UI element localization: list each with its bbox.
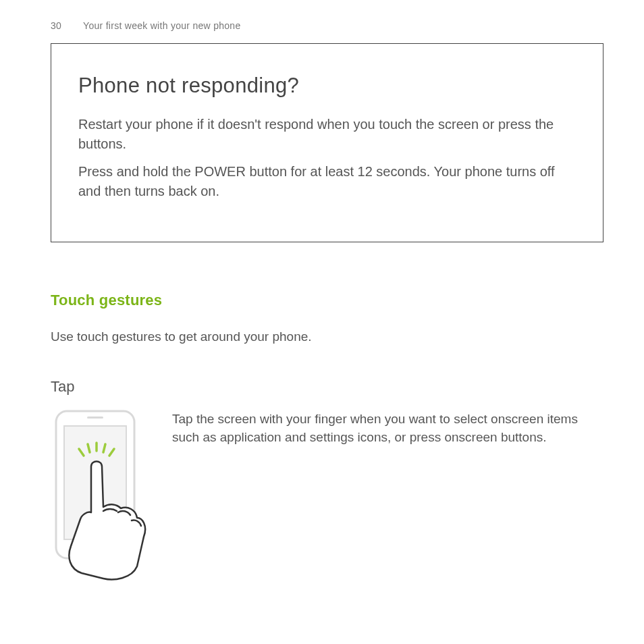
callout-paragraph-2: Press and hold the POWER button for at l… xyxy=(78,162,576,201)
page-header: 30 Your first week with your new phone xyxy=(51,19,603,32)
svg-rect-1 xyxy=(87,417,103,419)
callout-box: Phone not responding? Restart your phone… xyxy=(51,43,603,242)
gesture-description: Tap the screen with your finger when you… xyxy=(172,407,603,447)
tap-gesture-icon xyxy=(51,407,152,583)
page-number: 30 xyxy=(51,19,61,32)
chapter-title: Your first week with your new phone xyxy=(83,20,240,31)
section-title: Touch gestures xyxy=(51,290,603,311)
callout-title: Phone not responding? xyxy=(78,71,576,101)
section-intro: Use touch gestures to get around your ph… xyxy=(51,327,603,346)
callout-paragraph-1: Restart your phone if it doesn't respond… xyxy=(78,115,576,154)
gesture-name: Tap xyxy=(51,376,603,398)
gesture-row: Tap the screen with your finger when you… xyxy=(51,407,603,583)
